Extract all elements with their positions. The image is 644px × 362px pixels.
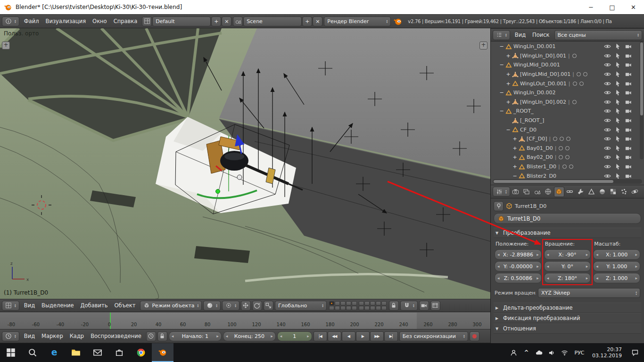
taskbar-search-button[interactable] [22,343,43,362]
renderability-camera-icon[interactable] [625,80,632,87]
taskbar-mail-button[interactable] [87,343,108,362]
layer-toggle[interactable] [376,306,381,310]
delete-screen-layout-button[interactable]: × [222,16,231,26]
position-field[interactable]: ◂X: -2.89886▸ [495,249,542,260]
layer-toggle[interactable] [364,306,370,310]
outliner-row[interactable]: −WingLMid_D0.001 [491,60,644,70]
timeline-menu-item[interactable]: Кадр [66,330,87,342]
layer-toggle[interactable] [335,301,340,305]
selectability-cursor-icon[interactable] [614,154,621,161]
scale-field[interactable]: ◂Z: 1.000▸ [593,273,640,283]
expand-toggle-icon[interactable]: − [499,62,504,68]
increment-arrow-icon[interactable]: ▸ [215,334,220,338]
material-slot-icon[interactable] [565,155,570,159]
viewport-menu-item[interactable]: Вид [21,300,38,311]
frame-start-field[interactable]: ◂ Начало: 1 ▸ [169,331,222,341]
increment-arrow-icon[interactable]: ▸ [306,334,310,338]
properties-tab-object[interactable] [554,187,564,197]
outliner-row[interactable]: −Blister2_D0 [491,171,644,179]
material-slot-icon[interactable] [566,137,570,141]
expand-toggle-icon[interactable]: − [499,90,504,96]
visibility-eye-icon[interactable] [604,61,611,68]
outliner-row[interactable]: −CF_D0 [491,125,644,134]
increment-arrow-icon[interactable]: ▸ [536,252,540,257]
increment-arrow-icon[interactable]: ▸ [270,334,274,338]
material-slot-icon[interactable] [560,137,564,141]
layer-toggle[interactable] [352,306,357,310]
manipulator-translate-toggle[interactable] [241,301,251,311]
expand-toggle-icon[interactable]: − [506,127,511,133]
play-button[interactable]: ▶ [356,331,370,341]
outliner-menu-item[interactable]: Вид [512,29,529,41]
taskbar-chrome-button[interactable] [130,343,152,362]
lock-time-cursor-toggle[interactable] [157,331,167,341]
properties-tab-particles[interactable] [619,187,629,197]
language-indicator[interactable]: РУС [571,343,588,362]
outliner-row[interactable]: +[WingLIn_D0].001| [491,51,644,61]
snap-dropdown[interactable]: ▴▾ [400,301,418,311]
editor-type-outliner-button[interactable]: ▴▾ [493,30,510,40]
renderability-camera-icon[interactable] [625,89,632,96]
decrement-arrow-icon[interactable]: ◂ [595,252,599,257]
selectability-cursor-icon[interactable] [614,71,621,78]
visibility-eye-icon[interactable] [604,80,611,87]
frame-end-field[interactable]: ◂ Конец: 250 ▸ [223,331,276,341]
selectability-cursor-icon[interactable] [614,173,621,179]
lock-to-scene-button[interactable] [389,301,399,311]
outliner-row[interactable]: +Bay01_D0| [491,144,644,153]
properties-tab-data[interactable] [586,187,597,197]
outliner-row[interactable]: −WingLIn_D0.001 [491,42,644,51]
scene-browse-button[interactable] [233,16,243,26]
expand-toggle-icon[interactable]: − [499,108,504,114]
decrement-arrow-icon[interactable]: ◂ [595,276,599,280]
material-slot-icon[interactable] [562,165,567,169]
layer-toggle[interactable] [359,301,364,305]
current-frame-field[interactable]: ◂ 1 ▸ [277,331,312,341]
outliner-row[interactable]: +[WingLMid_D0].001| [491,70,644,79]
properties-tab-material[interactable] [597,187,608,197]
decrement-arrow-icon[interactable]: ◂ [546,252,550,257]
properties-tab-physics[interactable] [630,187,640,197]
taskbar-edge-button[interactable]: e [43,343,65,362]
properties-tab-constraints[interactable] [565,187,575,197]
viewport-menu-item[interactable]: Выделение [38,300,77,311]
renderability-camera-icon[interactable] [625,173,632,179]
selectability-cursor-icon[interactable] [614,61,621,68]
opengl-render-anim-button[interactable] [430,301,440,311]
selectability-cursor-icon[interactable] [614,126,621,133]
visibility-eye-icon[interactable] [604,107,611,115]
material-slot-icon[interactable] [553,137,557,141]
material-slot-icon[interactable] [559,146,563,150]
rotation-mode-dropdown[interactable]: XYZ Эйлер ▴▾ [538,288,640,298]
layer-toggle[interactable] [329,306,334,310]
layer-toggle[interactable] [359,306,364,310]
layer-toggle[interactable] [381,301,387,305]
expand-toggle-icon[interactable]: + [512,136,517,142]
tray-cloud-icon[interactable] [533,343,545,362]
selectability-cursor-icon[interactable] [614,52,621,59]
visibility-eye-icon[interactable] [604,126,611,133]
layer-toggle[interactable] [329,301,334,305]
selectability-cursor-icon[interactable] [614,89,621,96]
increment-arrow-icon[interactable]: ▸ [634,276,638,280]
use-preview-range-toggle[interactable] [146,331,156,341]
timeline-menu-item[interactable]: Воспроизведение [87,330,145,342]
outliner-row[interactable]: −WingLIn_D0.002 [491,88,644,98]
visibility-eye-icon[interactable] [604,135,611,142]
layer-toggle[interactable] [340,301,346,305]
outliner-display-filter-dropdown[interactable]: Все сцены ▴▾ [554,30,642,40]
scale-field[interactable]: ◂Y: 1.000▸ [593,261,640,272]
viewport-menu-item[interactable]: Объект [111,300,139,311]
renderability-camera-icon[interactable] [625,163,632,170]
tray-volume-icon[interactable] [545,343,558,362]
properties-tab-render-layers[interactable] [521,187,532,197]
jump-end-button[interactable]: ▶| [384,331,398,341]
material-slot-icon[interactable] [565,146,570,150]
renderability-camera-icon[interactable] [625,145,632,152]
renderability-camera-icon[interactable] [625,61,632,68]
3d-viewport[interactable]: x z Польз. орто (1) Turret1B_D0 + + [0,28,490,299]
properties-tab-modifiers[interactable] [576,187,586,197]
renderability-camera-icon[interactable] [625,135,632,142]
layer-toggle[interactable] [376,301,381,305]
selectability-cursor-icon[interactable] [614,117,621,124]
